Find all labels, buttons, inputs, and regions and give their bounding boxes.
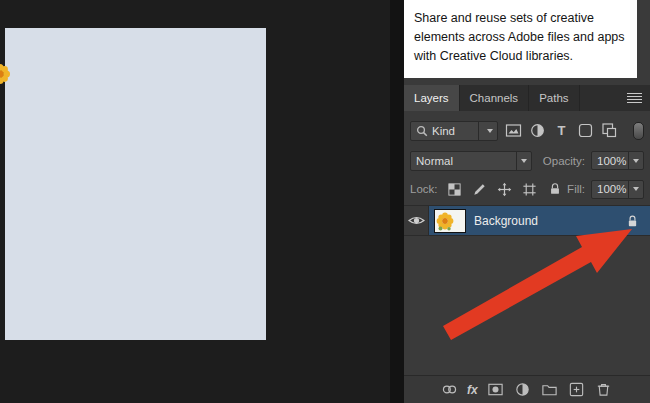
select-divider [628, 181, 629, 198]
kind-label: Kind [432, 125, 455, 137]
blend-mode-select[interactable]: Normal [410, 151, 532, 171]
tooltip-callout: Share and reuse sets of creative element… [404, 0, 637, 78]
fill-label: Fill: [567, 183, 585, 195]
layer-thumbnail[interactable] [435, 210, 465, 232]
tab-paths-label: Paths [539, 92, 568, 104]
panel-footer: fx [404, 375, 650, 403]
lock-all-icon[interactable] [546, 180, 564, 198]
artboard-lock-icon[interactable] [521, 180, 539, 198]
opacity-label: Opacity: [543, 155, 585, 167]
selected-layer-content[interactable]: Background [429, 206, 650, 235]
lock-label: Lock: [410, 183, 438, 195]
layer-lock-icon[interactable] [626, 214, 639, 228]
layers-panel: Share and reuse sets of creative element… [404, 0, 650, 403]
blend-mode-value: Normal [416, 155, 453, 167]
brush-lock-icon[interactable] [471, 180, 489, 198]
fill-input[interactable]: 100% [591, 180, 644, 199]
photoshop-window: Share and reuse sets of creative element… [0, 0, 650, 403]
lock-buttons [446, 180, 564, 198]
tab-layers-label: Layers [414, 92, 449, 104]
select-divider [628, 152, 629, 169]
layer-filter-row: Kind T [404, 117, 650, 144]
tab-layers[interactable]: Layers [404, 85, 460, 111]
fill-value: 100% [597, 183, 626, 195]
tab-channels[interactable]: Channels [460, 85, 530, 111]
panel-divider [390, 0, 404, 403]
select-divider [478, 122, 479, 140]
type-filter-icon[interactable]: T [552, 122, 570, 140]
tooltip-text: Share and reuse sets of creative element… [414, 11, 625, 63]
filter-type-buttons: T [504, 122, 618, 140]
layer-name: Background [474, 214, 538, 228]
layer-mask-icon[interactable] [487, 381, 505, 399]
chevron-down-icon [487, 129, 493, 133]
canvas-area [0, 0, 390, 403]
select-divider [516, 152, 517, 170]
tab-channels-label: Channels [470, 92, 519, 104]
chevron-down-icon [633, 159, 639, 163]
blend-opacity-row: Normal Opacity: 100% [404, 148, 650, 173]
trash-icon[interactable] [595, 381, 613, 399]
fx-icon[interactable]: fx [467, 383, 478, 397]
lock-fill-row: Lock: Fill: 100% [404, 177, 650, 201]
smart-object-filter-icon[interactable] [600, 122, 618, 140]
flower-image [0, 61, 13, 87]
panel-tab-bar: Layers Channels Paths [404, 85, 650, 111]
link-icon[interactable] [440, 381, 458, 399]
visibility-toggle[interactable] [404, 206, 429, 235]
transparency-lock-icon[interactable] [446, 180, 464, 198]
opacity-input[interactable]: 100% [591, 151, 644, 170]
chevron-down-icon [633, 187, 639, 191]
filter-kind-select[interactable]: Kind [410, 121, 498, 141]
adjustment-icon[interactable] [514, 381, 532, 399]
svg-text:T: T [557, 123, 565, 138]
layer-row-background[interactable]: Background [404, 205, 650, 236]
document-canvas[interactable] [5, 28, 266, 340]
folder-icon[interactable] [541, 381, 559, 399]
adjustment-filter-icon[interactable] [528, 122, 546, 140]
search-icon [416, 125, 428, 137]
move-lock-icon[interactable] [496, 180, 514, 198]
eye-icon [408, 214, 425, 227]
new-layer-icon[interactable] [568, 381, 586, 399]
filter-toggle[interactable] [633, 122, 644, 140]
shape-filter-icon[interactable] [576, 122, 594, 140]
chevron-down-icon [521, 159, 527, 163]
panel-menu-icon[interactable] [627, 93, 642, 104]
opacity-value: 100% [597, 155, 626, 167]
tab-paths[interactable]: Paths [529, 85, 579, 111]
pixel-filter-icon[interactable] [504, 122, 522, 140]
